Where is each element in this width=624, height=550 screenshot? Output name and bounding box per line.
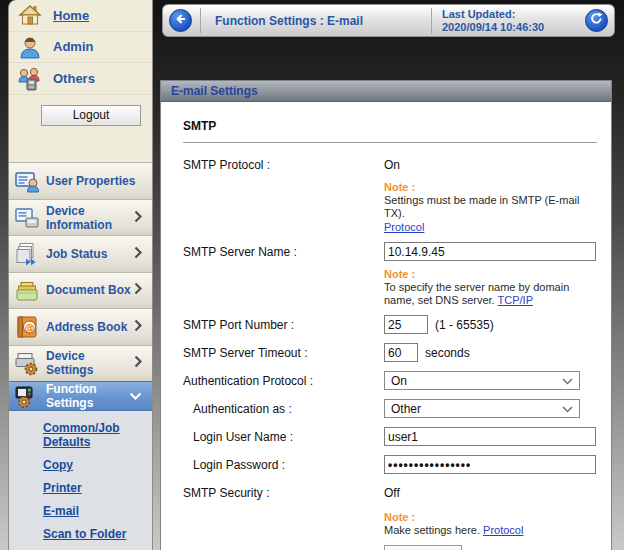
login-user-row: Login User Name :: [183, 427, 597, 446]
login-user-input[interactable]: [384, 427, 596, 446]
function-settings-submenu: Common/Job Defaults Copy Printer E-mail …: [9, 411, 152, 550]
submenu-item-scan-to-folder[interactable]: Scan to Folder: [43, 527, 148, 541]
submenu-item-copy[interactable]: Copy: [43, 458, 148, 472]
submenu-item-printer[interactable]: Printer: [43, 481, 148, 495]
smtp-section-title: SMTP: [183, 119, 597, 133]
note-title: Note :: [384, 511, 597, 524]
smtp-timeout-input[interactable]: [384, 343, 418, 362]
smtp-protocol-row: SMTP Protocol : On: [183, 155, 597, 174]
auth-protocol-row: Authentication Protocol : On: [183, 371, 597, 390]
others-link[interactable]: Others: [53, 71, 95, 86]
smtp-server-name-label: SMTP Server Name :: [183, 245, 384, 259]
job-status-icon: [14, 241, 40, 267]
smtp-server-name-input[interactable]: [384, 242, 596, 261]
menu-label: Device Information: [46, 204, 134, 232]
auth-protocol-selected-value: On: [391, 374, 407, 388]
select-chevron-down-icon: [562, 374, 573, 388]
sidebar-item-home[interactable]: Home: [9, 0, 152, 32]
auth-as-select[interactable]: Other: [384, 399, 580, 418]
smtp-protocol-label: SMTP Protocol :: [183, 158, 384, 172]
home-link[interactable]: Home: [53, 8, 89, 23]
smtp-security-value: Off: [384, 486, 400, 500]
submenu-item-common-job-defaults[interactable]: Common/Job Defaults: [43, 421, 148, 449]
dns-note: Note : To specify the server name by dom…: [183, 268, 597, 307]
submenu-item-email[interactable]: E-mail: [43, 504, 148, 518]
sidebar-spacer: [9, 134, 152, 163]
last-updated-value: 2020/09/14 10:46:30: [442, 21, 583, 34]
note-text: Make settings here.: [384, 524, 480, 536]
sidebar-item-others[interactable]: Others: [9, 63, 152, 95]
page-title: Function Settings : E-mail: [201, 14, 431, 28]
smtp-settings-form: SMTP SMTP Protocol : On Note : Settings …: [161, 102, 611, 550]
test-button[interactable]: Test: [384, 545, 462, 550]
select-chevron-down-icon: [562, 402, 573, 416]
smtp-port-row: SMTP Port Number : (1 - 65535): [183, 315, 597, 334]
smtp-security-note: Note : Make settings here. Protocol: [183, 511, 597, 537]
login-user-label: Login User Name :: [183, 430, 384, 444]
protocol-link[interactable]: Protocol: [483, 524, 523, 536]
section-divider: [183, 142, 597, 143]
auth-as-label: Authentication as :: [183, 402, 384, 416]
smtp-timeout-row: SMTP Server Timeout : seconds: [183, 343, 597, 362]
menu-label: User Properties: [46, 174, 135, 188]
sidebar-item-device-settings[interactable]: Device Settings: [9, 345, 152, 381]
menu-label: Address Book: [46, 320, 127, 334]
menu-label: Job Status: [46, 247, 107, 261]
login-password-row: Login Password :: [183, 455, 597, 474]
note-text: Settings must be made in SMTP (E-mail TX…: [384, 194, 579, 219]
login-password-input[interactable]: [384, 455, 596, 474]
smtp-security-row: SMTP Security : Off: [183, 483, 597, 502]
smtp-security-label: SMTP Security :: [183, 486, 384, 500]
svg-text:@: @: [25, 321, 35, 332]
refresh-button[interactable]: [585, 9, 608, 32]
chevron-right-icon: [134, 318, 146, 336]
auth-as-row: Authentication as : Other: [183, 399, 597, 418]
sidebar-item-job-status[interactable]: Job Status: [9, 235, 152, 271]
note-title: Note :: [384, 268, 597, 281]
document-box-icon: [14, 277, 40, 303]
function-settings-icon: [14, 383, 40, 409]
chevron-down-icon: [129, 387, 146, 405]
device-information-icon: [14, 205, 40, 231]
email-settings-panel: E-mail Settings SMTP SMTP Protocol : On …: [160, 80, 612, 550]
user-properties-icon: [14, 168, 40, 194]
last-updated-label: Last Updated:: [442, 8, 583, 21]
note-text: To specify the server name by domain nam…: [384, 281, 569, 306]
top-header-bar: Function Settings : E-mail Last Updated:…: [162, 4, 615, 37]
address-book-icon: @: [14, 314, 40, 340]
connection-test-row: Connection Test : Test: [183, 545, 597, 550]
smtp-timeout-label: SMTP Server Timeout :: [183, 346, 384, 360]
home-icon: [17, 2, 43, 28]
tcpip-link[interactable]: TCP/IP: [498, 294, 533, 306]
auth-protocol-label: Authentication Protocol :: [183, 374, 384, 388]
admin-link[interactable]: Admin: [53, 39, 93, 54]
sidebar-item-document-box[interactable]: Document Box: [9, 272, 152, 308]
sidebar: Home Admin Others Logout: [8, 0, 153, 550]
auth-protocol-select[interactable]: On: [384, 371, 580, 390]
sidebar-item-function-settings[interactable]: Function Settings: [9, 381, 152, 411]
smtp-server-name-row: SMTP Server Name :: [183, 242, 597, 261]
sidebar-item-user-properties[interactable]: User Properties: [9, 162, 152, 198]
sidebar-item-admin[interactable]: Admin: [9, 32, 152, 64]
sidebar-item-device-information[interactable]: Device Information: [9, 199, 152, 235]
menu-label: Document Box: [46, 283, 131, 297]
smtp-port-input[interactable]: [384, 315, 428, 334]
smtp-protocol-value: On: [384, 158, 400, 172]
panel-title: E-mail Settings: [161, 81, 611, 102]
chevron-right-icon: [134, 281, 146, 299]
protocol-link[interactable]: Protocol: [384, 221, 424, 234]
logout-button[interactable]: Logout: [41, 105, 141, 126]
login-password-label: Login Password :: [183, 458, 384, 472]
auth-as-selected-value: Other: [391, 402, 421, 416]
back-arrow-icon: [173, 11, 189, 31]
chevron-right-icon: [134, 209, 146, 227]
smtp-port-range-hint: (1 - 65535): [435, 318, 494, 332]
refresh-icon: [589, 11, 604, 30]
others-icon: [17, 66, 43, 92]
device-settings-icon: [14, 350, 40, 376]
sidebar-item-address-book[interactable]: @ Address Book: [9, 308, 152, 344]
logout-area: Logout: [9, 95, 152, 134]
back-button[interactable]: [169, 9, 192, 32]
smtp-port-label: SMTP Port Number :: [183, 318, 384, 332]
smtp-protocol-note: Note : Settings must be made in SMTP (E-…: [183, 181, 597, 234]
